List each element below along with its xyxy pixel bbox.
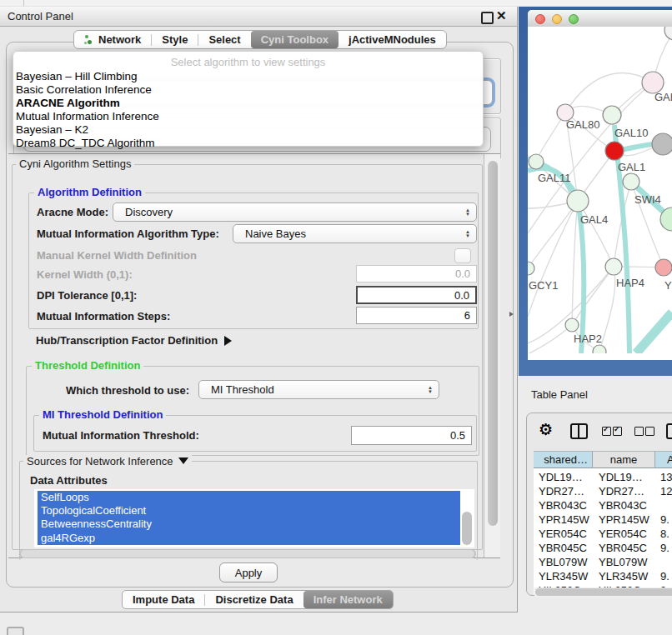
- tab-infer-network[interactable]: Infer Network: [303, 591, 393, 608]
- table-cell[interactable]: 8.: [660, 528, 669, 540]
- bottom-tabbar: Impute DataDiscretize DataInfer Network: [122, 590, 394, 609]
- table-cell[interactable]: YBR043C: [599, 499, 647, 512]
- network-canvas[interactable]: GALGAL80GAL10GAL1GAL11SWI4GAL4HAP4YGCY1H…: [528, 27, 672, 353]
- data-attributes-label: Data Attributes: [30, 474, 108, 487]
- algorithm-option[interactable]: ARACNE Algorithm: [16, 97, 120, 109]
- network-view-frame: GALGAL80GAL10GAL1GAL11SWI4GAL4HAP4YGCY1H…: [519, 7, 672, 376]
- scrollbar-thumb[interactable]: [488, 161, 498, 526]
- table-cell[interactable]: YER054C: [599, 528, 647, 540]
- algorithm-option[interactable]: Bayesian – Hill Climbing: [16, 70, 138, 82]
- select-all-checkbox-icon[interactable]: [602, 427, 611, 436]
- attribute-list-item[interactable]: SelfLoops: [38, 491, 460, 504]
- node-label: GAL80: [566, 118, 599, 131]
- minimize-traffic-light[interactable]: [552, 14, 562, 24]
- close-traffic-light[interactable]: [535, 14, 545, 24]
- attribute-list-item[interactable]: gal4RGexp: [38, 532, 460, 545]
- function-builder-icon[interactable]: [666, 423, 672, 439]
- dpi-tolerance-label: DPI Tolerance [0,1]:: [37, 289, 137, 302]
- table-cell[interactable]: YBR043C: [539, 499, 587, 512]
- table-cell[interactable]: YLR345W: [539, 570, 588, 582]
- which-threshold-combobox[interactable]: MI Threshold ▲▼: [198, 380, 439, 399]
- table-cell[interactable]: YBR045C: [599, 542, 647, 554]
- split-table-icon[interactable]: [570, 423, 588, 439]
- desktop-small-icon[interactable]: [7, 627, 24, 635]
- close-icon[interactable]: ✕: [496, 8, 507, 23]
- table-horizontal-scrollbar[interactable]: [534, 588, 672, 597]
- data-attributes-list[interactable]: SelfLoopsTopologicalCoefficientBetweenne…: [34, 489, 474, 548]
- float-window-icon[interactable]: [481, 12, 494, 24]
- table-cell[interactable]: YER054C: [539, 528, 587, 540]
- aracne-mode-combobox[interactable]: Discovery ▲▼: [113, 202, 477, 222]
- select-all-checkbox-icon[interactable]: [613, 427, 622, 436]
- table-cell[interactable]: 9.: [660, 513, 669, 526]
- dpi-tolerance-field[interactable]: 0.0: [356, 286, 477, 304]
- attribute-list-item[interactable]: BetweennessCentrality: [38, 518, 460, 531]
- manual-kernel-checkbox[interactable]: [454, 248, 471, 263]
- which-threshold-label: Which threshold to use:: [66, 384, 189, 397]
- table-cell[interactable]: YPR145W: [599, 513, 649, 526]
- tab-discretize-data[interactable]: Discretize Data: [205, 591, 303, 608]
- mi-threshold-field[interactable]: 0.5: [351, 426, 472, 445]
- mi-steps-field[interactable]: 6: [356, 307, 477, 324]
- tab-network[interactable]: Network: [74, 31, 151, 48]
- tab-label: Infer Network: [313, 593, 383, 606]
- algorithm-dropdown-popup: Select algorithm to view settings Bayesi…: [13, 51, 484, 147]
- table-cell[interactable]: 9.: [660, 570, 669, 582]
- sources-title[interactable]: Sources for Network Inference: [23, 455, 192, 468]
- table-cell[interactable]: YDR27…: [599, 485, 644, 498]
- tab-impute-data[interactable]: Impute Data: [123, 591, 204, 608]
- tab-style[interactable]: Style: [152, 31, 198, 48]
- table-cell[interactable]: YPR145W: [539, 513, 589, 526]
- mi-type-combobox[interactable]: Naive Bayes ▲▼: [233, 224, 477, 243]
- scrollbar-thumb[interactable]: [535, 588, 672, 596]
- threshold-definition-title: Threshold Definition: [32, 359, 143, 372]
- collapse-down-icon: [178, 458, 188, 464]
- mi-type-label: Mutual Information Algorithm Type:: [37, 228, 219, 240]
- column-header[interactable]: name: [593, 451, 655, 468]
- table-cell[interactable]: YBL079W: [539, 556, 588, 568]
- list-vertical-scrollbar[interactable]: [462, 512, 472, 545]
- table-cell[interactable]: 12: [660, 485, 672, 498]
- settings-vertical-scrollbar[interactable]: [484, 154, 500, 558]
- expand-right-icon: [224, 336, 232, 346]
- zoom-traffic-light[interactable]: [569, 14, 579, 24]
- attribute-list-item[interactable]: TopologicalCoefficient: [38, 504, 460, 518]
- table-cell[interactable]: 13: [660, 471, 672, 483]
- table-cell[interactable]: YDR27…: [539, 485, 584, 498]
- tab-select[interactable]: Select: [198, 31, 250, 48]
- algorithm-option[interactable]: Dream8 DC_TDC Algorithm: [16, 137, 155, 149]
- table-cell[interactable]: YLR345W: [599, 570, 648, 582]
- control-panel-title: Control Panel: [8, 10, 73, 22]
- network-window-titlebar: [528, 10, 672, 28]
- algorithm-option[interactable]: Bayesian – K2: [16, 123, 88, 136]
- deselect-all-checkbox-icon[interactable]: [645, 427, 654, 436]
- algorithm-option[interactable]: Basic Correlation Inference: [16, 83, 152, 96]
- kernel-width-field[interactable]: 0.0: [356, 265, 477, 282]
- deselect-all-checkbox-icon[interactable]: [634, 427, 644, 436]
- table-cell[interactable]: YDL19…: [599, 471, 643, 483]
- mi-threshold-label: Mutual Information Threshold:: [43, 429, 199, 442]
- list-horizontal-scrollbar[interactable]: [19, 549, 476, 558]
- algorithm-option[interactable]: Mutual Information Inference: [16, 110, 159, 122]
- column-header[interactable]: A: [655, 451, 672, 468]
- table-cell[interactable]: YDL19…: [539, 471, 583, 483]
- apply-button[interactable]: Apply: [219, 562, 278, 582]
- splitter-arrow-icon[interactable]: [509, 312, 514, 317]
- tab-cyni-toolbox[interactable]: Cyni Toolbox: [251, 31, 339, 48]
- column-header[interactable]: shared…: [534, 451, 593, 468]
- hub-definition-toggle[interactable]: Hub/Transcription Factor Definition: [36, 334, 232, 347]
- table-cell[interactable]: 9.: [660, 542, 669, 554]
- scrollbar-thumb[interactable]: [21, 550, 474, 558]
- network-window: GALGAL80GAL10GAL1GAL11SWI4GAL4HAP4YGCY1H…: [528, 10, 672, 360]
- table-cell[interactable]: YBR045C: [539, 542, 587, 554]
- table-panel-title: Table Panel: [531, 388, 588, 401]
- algorithm-definition-title: Algorithm Definition: [34, 186, 145, 198]
- tab-label: Cyni Toolbox: [261, 33, 328, 46]
- node-label: HAP4: [616, 277, 644, 289]
- tab-jactivemnodules[interactable]: jActiveMNodules: [339, 31, 446, 48]
- node-label: GAL: [654, 91, 672, 103]
- tab-label: Impute Data: [133, 593, 194, 606]
- gear-icon[interactable]: ⚙: [539, 420, 553, 439]
- kernel-width-label: Kernel Width (0,1):: [37, 268, 133, 281]
- table-cell[interactable]: YBL079W: [599, 556, 648, 568]
